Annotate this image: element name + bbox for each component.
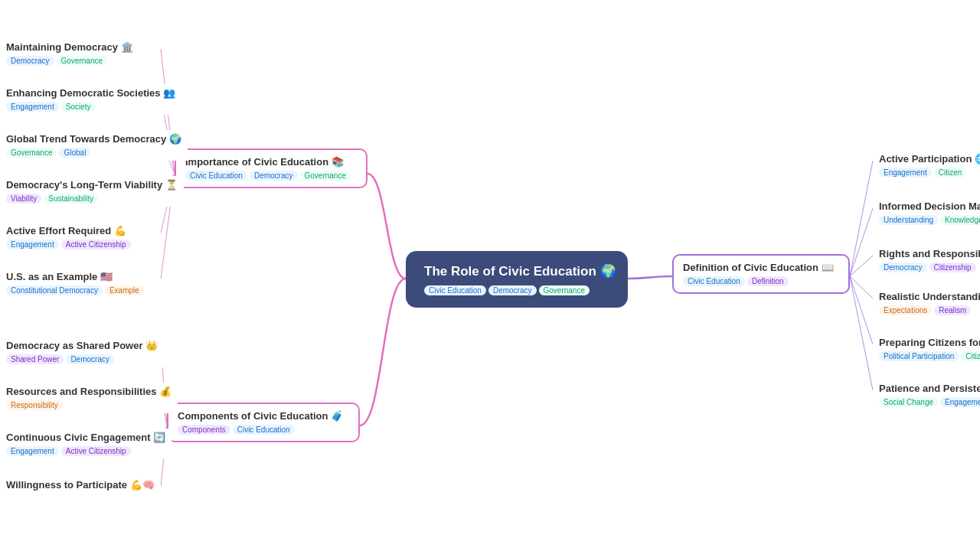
tag-democracy: Democracy [6,56,54,66]
center-tags: Civic EducationDemocracyGovernance [424,285,609,295]
definition-tags: Civic EducationDefinition [683,276,839,286]
left-node-7: Resources and Responsibilities 💰Responsi… [0,383,178,413]
tag-political-participation: Political Participation [879,351,959,361]
left-node-title-5: U.S. as an Example 🇺🇸 [6,271,147,282]
left-node-tags-8: EngagementActive Citizenship [6,446,165,456]
left-node-5: U.S. as an Example 🇺🇸Constitutional Demo… [0,268,153,298]
right-node-title-1: Informed Decision Making [879,201,980,212]
tag-responsibility: Responsibility [6,400,63,410]
tag-democracy: Democracy [66,354,114,364]
left-node-title-0: Maintaining Democracy 🏛️ [6,41,147,53]
right-node-title-3: Realistic Understanding Expectations Rea… [879,291,980,302]
svg-line-14 [850,276,873,344]
svg-line-13 [850,276,873,298]
center-title: The Role of Civic Education 🌍 [424,263,609,279]
tag-constitutional-democracy: Constitutional Democracy [6,285,103,295]
tag-democracy: Democracy [250,171,298,181]
tag-society: Society [61,102,96,112]
components-node: Components of Civic Education 🧳 Componen… [167,403,360,442]
tag-civic-education: Civic Education [185,171,247,181]
left-node-title-8: Continuous Civic Engagement 🔄 [6,432,165,443]
tag-democracy: Democracy [488,285,537,295]
tag-components: Components [178,425,230,435]
left-node-3: Democracy's Long-Term Viability ⏳Viabili… [0,176,184,207]
left-node-tags-2: GovernanceGlobal [6,148,181,158]
definition-title: Definition of Civic Education 📖 [683,262,839,273]
tag-citizenship: Citizenship [929,262,976,272]
left-node-1: Enhancing Democratic Societies 👥Engageme… [0,84,181,115]
tag-democracy: Democracy [879,262,927,272]
left-node-tags-1: EngagementSociety [6,102,175,112]
tag-definition: Definition [747,276,789,286]
right-node-tags-0: EngagementCitizen [879,168,980,178]
tag-shared-power: Shared Power [6,354,64,364]
left-node-title-9: Willingness to Participate 💪🧠 [6,479,155,491]
left-node-title-4: Active Effort Required 💪 [6,225,147,236]
left-node-tags-3: ViabilitySustainability [6,194,178,204]
right-node-1: Informed Decision MakingUnderstandingKno… [873,197,980,228]
components-title: Components of Civic Education 🧳 [178,410,349,422]
tag-engagement: Engagement [6,102,59,112]
importance-tags: Civic EducationDemocracyGovernance [185,171,357,181]
right-node-title-5: Patience and Persistence [879,383,980,394]
tag-example: Example [105,285,144,295]
left-node-tags-6: Shared PowerDemocracy [6,354,158,364]
right-node-4: Preparing Citizens for ParticipationPoli… [873,334,980,364]
left-node-4: Active Effort Required 💪EngagementActive… [0,222,153,253]
left-node-tags-5: Constitutional DemocracyExample [6,285,147,295]
right-node-5: Patience and PersistenceSocial ChangeEng… [873,380,980,410]
right-node-2: Rights and ResponsibilitiesDemocracyCiti… [873,245,980,276]
right-node-tags-1: UnderstandingKnowledge [879,215,980,225]
svg-line-11 [850,208,873,276]
tag-active-citizenship: Active Citizenship [61,446,131,456]
tag-governance: Governance [300,171,351,181]
tag-understanding: Understanding [879,215,938,225]
components-tags: ComponentsCivic Education [178,425,349,435]
left-node-title-1: Enhancing Democratic Societies 👥 [6,87,175,99]
tag-viability: Viability [6,194,41,204]
tag-active-citizenship: Active Citizenship [61,240,131,249]
right-node-title-2: Rights and Responsibilities [879,248,980,259]
left-node-title-2: Global Trend Towards Democracy 🌍 [6,133,181,145]
tag-social-change: Social Change [879,397,938,407]
left-node-9: Willingness to Participate 💪🧠 [0,476,161,497]
tag-engagement: Engagement [6,446,59,456]
tag-governance: Governance [539,285,590,295]
left-node-2: Global Trend Towards Democracy 🌍Governan… [0,130,188,161]
center-node: The Role of Civic Education 🌍 Civic Educ… [406,251,628,308]
tag-civic-education: Civic Education [683,276,745,286]
right-node-tags-4: Political ParticipationCitizen [879,351,980,361]
tag-citizen: Citizen [961,351,980,361]
right-node-title-0: Active Participation 🌐 [879,153,980,165]
right-node-0: Active Participation 🌐EngagementCitizen [873,150,980,181]
right-node-tags-5: Social ChangeEngagement [879,397,980,407]
importance-title: Importance of Civic Education 📚 [185,156,357,168]
left-node-title-3: Democracy's Long-Term Viability ⏳ [6,179,178,191]
tag-civic-education: Civic Education [233,425,295,435]
left-node-tags-4: EngagementActive Citizenship [6,240,147,249]
tag-realism: Realism [934,305,971,315]
svg-line-15 [850,276,873,390]
tag-engagement: Engagement [6,240,59,249]
tag-civic-education: Civic Education [424,285,486,295]
importance-node: Importance of Civic Education 📚 Civic Ed… [175,148,368,188]
left-node-0: Maintaining Democracy 🏛️DemocracyGoverna… [0,38,153,69]
tag-expectations: Expectations [879,305,932,315]
left-node-title-6: Democracy as Shared Power 👑 [6,340,158,351]
tag-knowledge: Knowledge [940,215,980,225]
left-node-6: Democracy as Shared Power 👑Shared PowerD… [0,337,164,367]
tag-engagement: Engagement [940,397,980,407]
tag-engagement: Engagement [879,168,932,178]
left-node-tags-7: Responsibility [6,400,172,410]
tag-citizen: Citizen [934,168,967,178]
right-node-title-4: Preparing Citizens for Participation [879,337,980,348]
definition-node: Definition of Civic Education 📖 Civic Ed… [672,254,850,294]
tag-sustainability: Sustainability [44,194,98,204]
tag-governance: Governance [6,148,57,158]
tag-global: Global [59,148,90,158]
left-node-title-7: Resources and Responsibilities 💰 [6,386,172,397]
svg-line-12 [850,256,873,276]
tag-governance: Governance [57,56,107,66]
right-node-3: Realistic Understanding Expectations Rea… [873,288,980,318]
left-node-8: Continuous Civic Engagement 🔄EngagementA… [0,429,172,459]
